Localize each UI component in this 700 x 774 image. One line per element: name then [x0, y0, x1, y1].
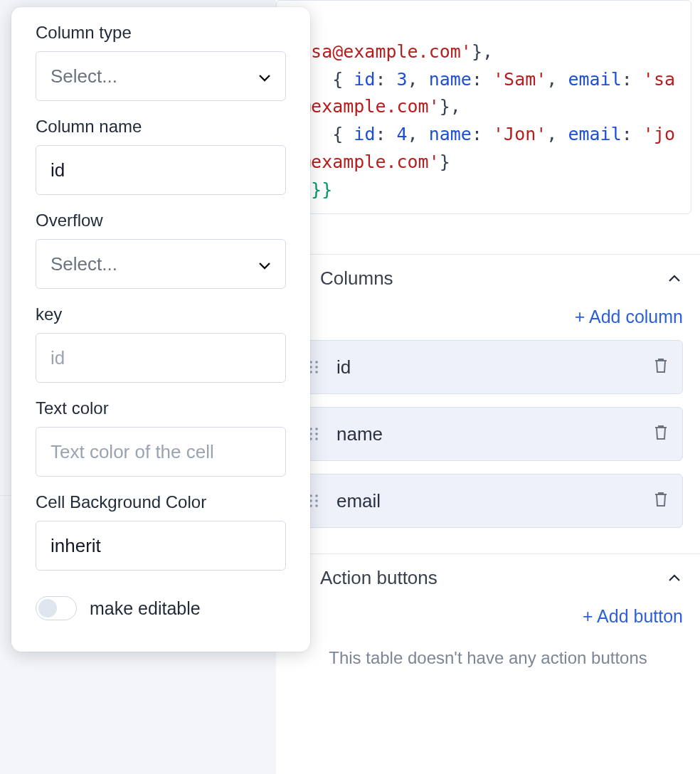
svg-point-15: [315, 499, 318, 502]
svg-point-7: [315, 428, 318, 430]
chevron-down-icon: [258, 253, 271, 275]
column-label: email: [336, 490, 637, 512]
svg-point-13: [315, 494, 318, 497]
columns-section: Columns + Add column id: [276, 254, 700, 553]
key-label: key: [36, 304, 286, 324]
trash-icon[interactable]: [652, 356, 669, 378]
overflow-label: Overflow: [36, 211, 286, 230]
key-input[interactable]: id: [36, 333, 286, 383]
svg-point-5: [315, 371, 318, 373]
right-panel: lisa@example.com'}, { id: 3, name: 'Sam'…: [276, 0, 700, 774]
overflow-value: Select...: [51, 253, 117, 275]
code-token: Jon: [504, 124, 536, 144]
columns-section-header[interactable]: Columns: [276, 255, 700, 302]
svg-point-9: [315, 433, 318, 435]
code-token: 3: [397, 69, 408, 90]
make-editable-label: make editable: [90, 598, 201, 619]
column-type-label: Column type: [36, 23, 286, 43]
column-row[interactable]: email: [293, 474, 683, 528]
section-title: Action buttons: [320, 567, 438, 589]
column-type-select[interactable]: Select...: [36, 51, 286, 101]
chevron-up-icon: [666, 570, 683, 587]
cell-bg-label: Cell Background Color: [36, 492, 286, 512]
column-row[interactable]: name: [293, 407, 683, 461]
empty-actions-message: This table doesn't have any action butto…: [276, 640, 700, 685]
key-placeholder: id: [51, 347, 65, 369]
code-token: Sam: [504, 69, 536, 90]
svg-point-11: [315, 438, 318, 440]
add-column-button[interactable]: + Add column: [276, 302, 700, 340]
columns-list: id name: [276, 340, 700, 528]
add-button-button[interactable]: + Add button: [276, 602, 700, 640]
cell-bg-value: inherit: [51, 535, 101, 557]
column-type-value: Select...: [51, 65, 117, 88]
code-token: 4: [397, 124, 408, 144]
trash-icon[interactable]: [652, 490, 669, 511]
column-name-value: id: [51, 159, 65, 181]
chevron-up-icon: [666, 270, 683, 287]
column-name-input[interactable]: id: [36, 145, 286, 195]
column-label: name: [336, 423, 637, 445]
svg-point-1: [315, 361, 318, 364]
svg-point-17: [315, 504, 318, 507]
overflow-select[interactable]: Select...: [36, 239, 286, 289]
column-settings-popover: Column type Select... Column name id Ove…: [11, 7, 310, 652]
column-label: id: [336, 356, 637, 378]
svg-point-3: [315, 366, 318, 369]
section-title: Columns: [320, 267, 393, 290]
column-name-label: Column name: [36, 117, 286, 137]
text-color-label: Text color: [36, 398, 286, 418]
column-row[interactable]: id: [293, 340, 683, 394]
code-token: lisa@example.com: [290, 41, 461, 62]
cell-bg-input[interactable]: inherit: [36, 521, 286, 571]
make-editable-toggle[interactable]: [36, 596, 77, 620]
trash-icon[interactable]: [652, 423, 669, 445]
action-buttons-section-header[interactable]: Action buttons: [276, 554, 700, 602]
text-color-input[interactable]: Text color of the cell: [36, 427, 286, 477]
text-color-placeholder: Text color of the cell: [51, 441, 214, 463]
chevron-down-icon: [258, 65, 271, 88]
code-block: lisa@example.com'}, { id: 3, name: 'Sam'…: [276, 0, 691, 214]
action-buttons-section: Action buttons + Add button This table d…: [276, 553, 700, 685]
